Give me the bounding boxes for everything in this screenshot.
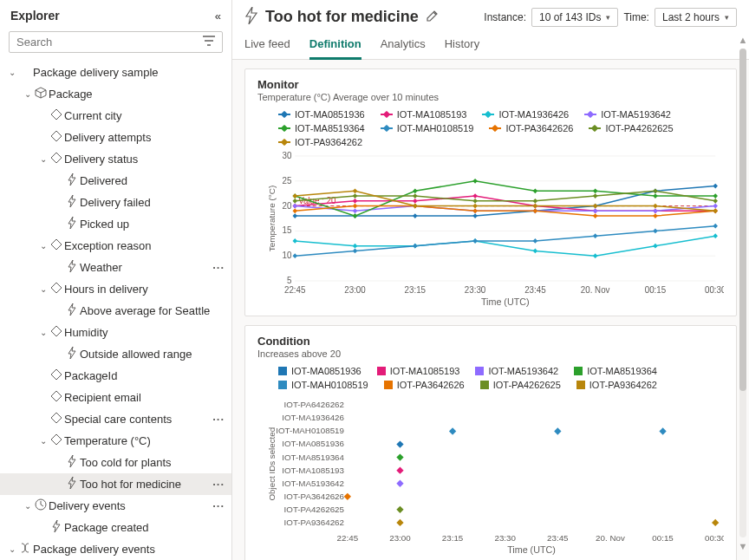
legend-item[interactable]: IOT-PA4262625 — [589, 123, 673, 133]
legend-item[interactable]: IOT-MAH0108519 — [381, 123, 474, 133]
condition-title: Condition — [257, 335, 724, 348]
scroll-up-icon[interactable]: ▲ — [739, 35, 748, 45]
node-icon — [64, 195, 80, 210]
explorer-sidebar: Explorer « ⌄Package delivery sample···⌄P… — [0, 0, 232, 560]
legend-item[interactable]: IOT-PA9364262 — [278, 137, 362, 147]
chevron-icon: ⌄ — [7, 544, 17, 554]
tree-item-label: Package delivery events — [33, 543, 212, 556]
svg-rect-25 — [292, 213, 297, 218]
filter-icon[interactable] — [203, 36, 215, 49]
legend-item[interactable]: IOT-PA3642626 — [384, 380, 465, 390]
tree-item[interactable]: Too cold for plants··· — [0, 452, 231, 473]
tree-item[interactable]: ⌄Temperature (°C)··· — [0, 430, 231, 452]
svg-text:20: 20 — [282, 200, 291, 210]
legend-label: IOT-PA9364262 — [295, 137, 362, 147]
legend-label: IOT-MA5193642 — [488, 366, 558, 376]
tree-item-label: Package delivery sample — [33, 66, 212, 79]
content-scroll[interactable]: Monitor Temperature (°C) Average over 10… — [232, 60, 749, 560]
legend-item[interactable]: IOT-MA5193642 — [584, 109, 671, 120]
legend-item[interactable]: IOT-MA1085193 — [377, 366, 460, 376]
more-icon[interactable]: ··· — [212, 499, 225, 512]
tab-live-feed[interactable]: Live feed — [244, 34, 290, 59]
tree-item[interactable]: Current city··· — [0, 105, 231, 127]
svg-rect-85 — [533, 199, 538, 204]
tree-item[interactable]: Special care contents··· — [0, 408, 231, 430]
time-dropdown[interactable]: Last 2 hours ▾ — [655, 8, 737, 27]
svg-rect-77 — [533, 209, 538, 214]
svg-text:22:45: 22:45 — [337, 533, 359, 543]
tree-item[interactable]: Above average for Seattle··· — [0, 300, 231, 322]
legend-item[interactable]: IOT-PA4262625 — [480, 380, 561, 390]
tree-item[interactable]: Weather··· — [0, 257, 231, 278]
legend-item[interactable]: IOT-PA3642626 — [489, 123, 573, 133]
search-input-wrap[interactable] — [9, 31, 223, 53]
tree-item[interactable]: Outside allowed range··· — [0, 343, 231, 365]
legend-item[interactable]: IOT-MA5193642 — [475, 366, 558, 376]
svg-rect-73 — [292, 209, 297, 214]
node-icon — [64, 260, 80, 275]
legend-item[interactable]: IOT-PA9364262 — [576, 380, 657, 390]
svg-rect-87 — [653, 188, 658, 193]
tree-item[interactable]: ⌄Delivery events··· — [0, 495, 231, 517]
tab-definition[interactable]: Definition — [309, 34, 361, 60]
condition-chart[interactable]: IOT-PA6426262IOT-MA1936426IOT-MAH0108519… — [266, 394, 724, 558]
svg-text:IOT-MA0851936: IOT-MA0851936 — [282, 439, 344, 448]
legend-item[interactable]: IOT-MA8519364 — [574, 366, 657, 376]
more-icon[interactable]: ··· — [212, 413, 225, 426]
tree-item-label: PackageId — [64, 369, 212, 382]
tree-item[interactable]: ⌄Delivery status··· — [0, 148, 231, 170]
scroll-thumb[interactable] — [739, 49, 746, 391]
svg-rect-71 — [653, 229, 658, 234]
legend-item[interactable]: IOT-MA8519364 — [278, 123, 365, 133]
instance-dropdown[interactable]: 10 of 143 IDs ▾ — [531, 8, 618, 27]
tree-item[interactable]: ⌄Exception reason··· — [0, 235, 231, 257]
tree-item-label: Outside allowed range — [80, 348, 212, 361]
tree-item[interactable]: Package created··· — [0, 517, 231, 538]
monitor-chart[interactable]: 51015202530Value : 2022:4523:0023:1523:3… — [266, 151, 724, 307]
legend-swatch — [377, 367, 386, 375]
svg-rect-117 — [449, 427, 456, 434]
legend-item[interactable]: IOT-MA0851936 — [278, 366, 361, 376]
legend-label: IOT-PA9364262 — [589, 380, 657, 390]
svg-rect-79 — [653, 213, 658, 218]
search-input[interactable] — [16, 36, 203, 49]
tree-item[interactable]: Delivery failed··· — [0, 192, 231, 213]
svg-text:Time (UTC): Time (UTC) — [481, 296, 530, 307]
tree-item[interactable]: Too hot for medicine··· — [0, 473, 231, 495]
tree-item[interactable]: ⌄Package··· — [0, 83, 231, 105]
edit-title-icon[interactable] — [426, 10, 439, 25]
svg-rect-67 — [413, 244, 418, 249]
svg-rect-58 — [353, 213, 358, 218]
tree-item[interactable]: ⌄Hours in delivery··· — [0, 278, 231, 300]
tree-item[interactable]: Delivery attempts··· — [0, 127, 231, 148]
tab-history[interactable]: History — [445, 34, 479, 59]
legend-item[interactable]: IOT-MA1936426 — [482, 109, 569, 120]
main-scrollbar[interactable]: ▲ ▼ — [737, 35, 749, 551]
tree-item[interactable]: ⌄Package delivery sample··· — [0, 62, 231, 83]
svg-text:00:15: 00:15 — [652, 533, 674, 543]
collapse-sidebar-icon[interactable]: « — [215, 10, 221, 23]
tree-item[interactable]: ⌄Package delivery events··· — [0, 538, 231, 560]
tab-analytics[interactable]: Analytics — [381, 34, 426, 59]
svg-rect-41 — [292, 238, 297, 244]
svg-rect-54 — [593, 209, 598, 214]
node-icon — [49, 130, 64, 145]
scroll-track[interactable] — [739, 49, 746, 537]
scroll-down-icon[interactable]: ▼ — [739, 541, 748, 551]
legend-item[interactable]: IOT-MAH0108519 — [278, 380, 368, 390]
svg-rect-28 — [472, 213, 478, 218]
tree-item[interactable]: Recipient email··· — [0, 387, 231, 408]
tree-item-label: Exception reason — [64, 239, 212, 252]
legend-label: IOT-PA3642626 — [505, 123, 573, 133]
more-icon[interactable]: ··· — [212, 478, 225, 491]
tree-item[interactable]: Delivered··· — [0, 170, 231, 192]
legend-item[interactable]: IOT-MA1085193 — [381, 109, 467, 120]
more-icon[interactable]: ··· — [212, 261, 225, 274]
tree-item[interactable]: PackageId··· — [0, 365, 231, 387]
legend-swatch — [584, 114, 596, 115]
svg-rect-48 — [713, 233, 718, 238]
tree-item[interactable]: ⌄Humidity··· — [0, 322, 231, 343]
legend-item[interactable]: IOT-MA0851936 — [278, 109, 365, 120]
tree-item[interactable]: Picked up··· — [0, 213, 231, 235]
tree-item-label: Picked up — [80, 218, 212, 231]
